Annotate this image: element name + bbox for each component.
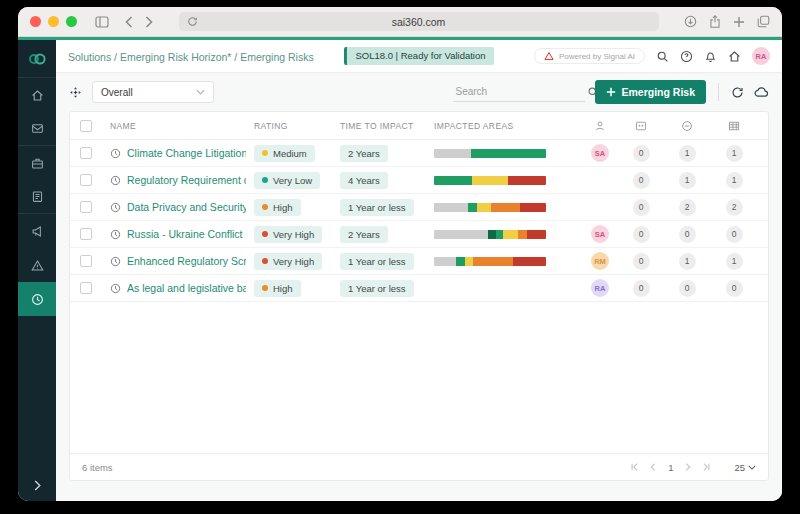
next-page-icon[interactable] bbox=[684, 462, 692, 472]
row-checkbox[interactable] bbox=[80, 255, 92, 267]
person-icon[interactable] bbox=[582, 120, 618, 132]
user-avatar[interactable]: RA bbox=[752, 47, 770, 65]
table-row[interactable]: Enhanced Regulatory Scrutiny in Financia… bbox=[70, 248, 768, 275]
add-emerging-risk-label: Emerging Risk bbox=[621, 86, 695, 98]
risk-name-link[interactable]: Enhanced Regulatory Scrutiny in Financia… bbox=[127, 255, 246, 267]
view-filter-select[interactable]: Overall bbox=[92, 81, 214, 103]
first-page-icon[interactable] bbox=[630, 462, 640, 472]
row-checkbox[interactable] bbox=[80, 282, 92, 294]
prev-page-icon[interactable] bbox=[649, 462, 657, 472]
home-icon[interactable] bbox=[728, 50, 741, 63]
sidebar-toggle-icon[interactable] bbox=[95, 16, 109, 28]
browser-titlebar: sai360.com bbox=[18, 7, 782, 37]
count-badge: 2 bbox=[726, 199, 743, 216]
rating-dot bbox=[262, 204, 268, 210]
count-badge: 1 bbox=[726, 145, 743, 162]
search-input[interactable] bbox=[455, 86, 587, 97]
add-emerging-risk-button[interactable]: Emerging Risk bbox=[595, 80, 706, 104]
time-label: 2 Years bbox=[348, 229, 380, 240]
row-checkbox[interactable] bbox=[80, 201, 92, 213]
last-page-icon[interactable] bbox=[701, 462, 711, 472]
table-row[interactable]: Regulatory Requirement on AI Very Low 4 … bbox=[70, 167, 768, 194]
current-page[interactable]: 1 bbox=[666, 462, 675, 473]
sidebar-item-portfolio[interactable] bbox=[18, 146, 56, 180]
browser-window: sai360.com bbox=[18, 7, 782, 501]
items-count-label: 6 items bbox=[82, 462, 113, 473]
risk-name-link[interactable]: As legal and legislative battles continu… bbox=[127, 282, 246, 294]
count-badge: 0 bbox=[633, 199, 650, 216]
col-header-time[interactable]: TIME TO IMPACT bbox=[340, 121, 434, 131]
sidebar-item-broadcast[interactable] bbox=[18, 214, 56, 248]
signal-ai-pill[interactable]: Powered by Signal AI bbox=[534, 48, 645, 64]
warning-triangle-icon bbox=[544, 51, 554, 61]
grid-icon[interactable] bbox=[710, 120, 758, 132]
risk-name-link[interactable]: Data Privacy and Security Enforcement bbox=[127, 201, 246, 213]
col-header-impacted[interactable]: IMPACTED AREAS bbox=[434, 121, 582, 131]
search-icon[interactable] bbox=[656, 50, 669, 63]
count-badge: 0 bbox=[633, 253, 650, 270]
sidebar-expand-icon[interactable] bbox=[18, 480, 56, 491]
minimize-window-button[interactable] bbox=[48, 16, 59, 27]
count-badge: 1 bbox=[679, 145, 696, 162]
close-window-button[interactable] bbox=[30, 16, 41, 27]
count-badge: 1 bbox=[726, 253, 743, 270]
count-badge: 0 bbox=[633, 226, 650, 243]
time-pill: 2 Years bbox=[340, 145, 388, 162]
risk-clock-icon bbox=[110, 256, 121, 267]
assignee-avatar: SA bbox=[591, 144, 609, 162]
risk-name-link[interactable]: Climate Change Litigation bbox=[127, 147, 246, 159]
page-size-select[interactable]: 25 bbox=[734, 462, 756, 473]
table-row[interactable]: As legal and legislative battles continu… bbox=[70, 275, 768, 302]
cloud-download-icon[interactable] bbox=[754, 86, 769, 98]
sidebar-item-home[interactable] bbox=[18, 78, 56, 112]
col-header-name[interactable]: NAME bbox=[110, 121, 254, 131]
sidebar-item-emerging-risks[interactable] bbox=[18, 282, 56, 316]
sidebar-item-documents[interactable] bbox=[18, 180, 56, 214]
minus-circle-icon[interactable] bbox=[664, 120, 710, 132]
notifications-icon[interactable] bbox=[704, 50, 717, 63]
back-icon[interactable] bbox=[125, 16, 133, 28]
col-header-rating[interactable]: RATING bbox=[254, 121, 340, 131]
count-badge: 1 bbox=[726, 172, 743, 189]
tab-overview-icon[interactable] bbox=[757, 15, 770, 28]
table-row[interactable]: Data Privacy and Security Enforcement Hi… bbox=[70, 194, 768, 221]
time-label: 1 Year or less bbox=[348, 202, 406, 213]
risk-clock-icon bbox=[110, 283, 121, 294]
breadcrumb[interactable]: Solutions / Emerging Risk Horizon* / Eme… bbox=[68, 51, 314, 63]
rating-label: High bbox=[273, 283, 293, 294]
impacted-areas-bar bbox=[434, 176, 546, 185]
row-checkbox[interactable] bbox=[80, 174, 92, 186]
zoom-window-button[interactable] bbox=[66, 16, 77, 27]
impacted-areas-bar bbox=[434, 203, 546, 212]
table-row[interactable]: Climate Change Litigation Medium 2 Years… bbox=[70, 140, 768, 167]
mosaic-icon[interactable] bbox=[618, 120, 664, 132]
share-icon[interactable] bbox=[709, 15, 721, 28]
count-badge: 1 bbox=[679, 172, 696, 189]
time-pill: 4 Years bbox=[340, 172, 388, 189]
impacted-areas-bar bbox=[434, 230, 546, 239]
new-tab-icon[interactable] bbox=[733, 16, 745, 28]
risk-name-link[interactable]: Russia - Ukraine Conflict bbox=[127, 228, 243, 240]
row-checkbox[interactable] bbox=[80, 228, 92, 240]
rating-label: Very High bbox=[273, 256, 314, 267]
refresh-icon[interactable] bbox=[731, 86, 744, 99]
app-logo-icon[interactable] bbox=[18, 40, 56, 78]
impacted-areas-bar bbox=[434, 284, 546, 293]
help-icon[interactable] bbox=[680, 50, 693, 63]
move-handle-icon[interactable] bbox=[69, 86, 82, 99]
downloads-icon[interactable] bbox=[684, 15, 697, 28]
risk-name-link[interactable]: Regulatory Requirement on AI bbox=[127, 174, 246, 186]
row-checkbox[interactable] bbox=[80, 147, 92, 159]
sidebar-item-alerts[interactable] bbox=[18, 248, 56, 282]
address-bar[interactable]: sai360.com bbox=[179, 12, 659, 31]
rating-dot bbox=[262, 177, 268, 183]
table-row[interactable]: Russia - Ukraine Conflict Very High 2 Ye… bbox=[70, 221, 768, 248]
forward-icon[interactable] bbox=[145, 16, 153, 28]
count-badge: 0 bbox=[679, 280, 696, 297]
time-label: 4 Years bbox=[348, 175, 380, 186]
app-header: Solutions / Emerging Risk Horizon* / Eme… bbox=[56, 40, 782, 73]
plus-icon bbox=[606, 87, 616, 97]
time-pill: 1 Year or less bbox=[340, 280, 414, 297]
sidebar-item-inbox[interactable] bbox=[18, 112, 56, 146]
select-all-checkbox[interactable] bbox=[80, 120, 92, 132]
